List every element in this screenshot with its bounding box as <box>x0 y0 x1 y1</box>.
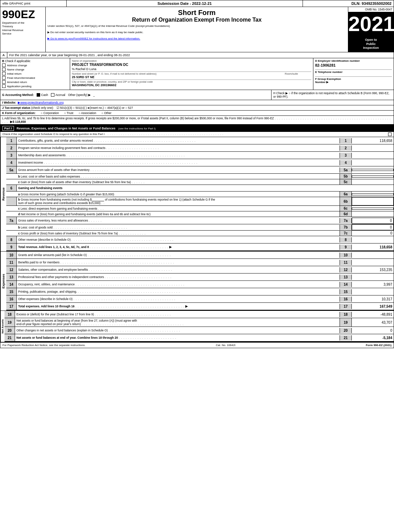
form-ref: Form 990-EZ (2021) <box>366 344 392 347</box>
revenue-section: Revenue 1 Contributions, gifts, grants, … <box>0 137 394 251</box>
care-of: % Rachel D Luna <box>72 67 311 71</box>
row-6: 6 Gaming and fundraising events <box>6 185 394 192</box>
row-12: 12 Salaries, other compensation, and emp… <box>6 266 394 274</box>
pending-checkbox <box>2 84 6 88</box>
under-section: Under section 501(c), 527, or 4947(a)(1)… <box>47 24 346 40</box>
website-row: I Website: ▶www.projecttransformationdc.… <box>0 100 394 105</box>
paperwork-text: For Paperwork Reduction Act Notice, see … <box>2 344 86 347</box>
row21-value: -5,184 <box>352 335 394 340</box>
section-h: H Check ▶ ○ if the organization is not r… <box>272 90 394 100</box>
form-k-row: K Form of organization: ○ Corporation ○ … <box>0 111 394 116</box>
row-6b: b Gross income from fundraising events (… <box>6 197 394 206</box>
group-exemption: F Group Exemption Number ▶ <box>315 76 392 84</box>
city-row: City or town, state or province, country… <box>72 80 311 87</box>
row1-ref: 1 <box>340 138 352 143</box>
section-g: G Accounting Method: Cash Accrual Other … <box>0 90 272 100</box>
section-a: A For the 2021 calendar year, or tax yea… <box>0 52 394 58</box>
part1-checkbox <box>388 133 392 136</box>
row20-value: 0 <box>352 328 394 333</box>
row7a-value: 0 <box>352 218 394 224</box>
checkbox-initial: Initial return <box>2 72 68 75</box>
row-17: 17 Total expenses. Add lines 10 through … <box>6 303 394 310</box>
row7b-value: 0 <box>352 224 394 230</box>
row1-label: Contributions, gifts, grants, and simila… <box>17 138 340 143</box>
efile-label: efile GRAPHIC print <box>0 0 67 7</box>
row1-num: 1 <box>6 137 17 144</box>
row-8: 8 Other revenue (describe in Schedule O)… <box>6 236 394 243</box>
row-21: 21 Net assets or fund balances at end of… <box>5 334 394 342</box>
checkbox-pending: Application pending <box>2 84 68 88</box>
row-20: 20 Other changes in net assets or fund b… <box>5 327 394 334</box>
final-checkbox <box>2 76 6 80</box>
footer: For Paperwork Reduction Act Notice, see … <box>0 342 394 348</box>
revenue-label: Revenue <box>0 137 6 251</box>
form-title-center: Short Form Return of Organization Exempt… <box>46 7 348 52</box>
expenses-section: Expenses 10 Grants and similar amounts p… <box>0 251 394 310</box>
address-checkbox <box>2 63 6 67</box>
name-checkbox <box>2 68 6 71</box>
submission-label: Submission Date - 2022-12-21 <box>67 0 303 7</box>
row17-value: 167,549 <box>352 304 394 309</box>
row-18: 18 Excess or (deficit) for the year (Sub… <box>5 311 394 318</box>
row-2: 2 Program service revenue including gove… <box>6 144 394 152</box>
tax-exempt-row: J Tax-exempt status (check only one): ☑ … <box>0 105 394 111</box>
row18-value: -48,891 <box>352 312 394 317</box>
part1-header: Part I Revenue, Expenses, and Changes in… <box>0 125 394 132</box>
year-box: 2021 <box>348 12 394 36</box>
form-page: efile GRAPHIC print Submission Date - 20… <box>0 0 394 348</box>
row-5b: b Less: cost or other basis and sales ex… <box>6 174 394 179</box>
year-area: OMB No. 1545-0047 2021 Open to Public In… <box>348 7 394 52</box>
row-7b: b Less: cost of goods sold . . . . . . .… <box>6 224 394 231</box>
row-15: 15 Printing, publications, postage, and … <box>6 288 394 295</box>
street-row: Number and street (or P. O. box, if mail… <box>72 72 311 79</box>
row-13: 13 Professional fees and other payments … <box>6 274 394 281</box>
initial-checkbox <box>2 72 6 75</box>
checkbox-name: Name change <box>2 68 68 71</box>
row7c-value: 0 <box>352 231 394 236</box>
section-b: B Check if applicable: Address change Na… <box>0 58 70 90</box>
section-b-label: B Check if applicable: <box>2 59 68 63</box>
row-9: 9 Total revenue. Add lines 1, 2, 3, 4, 5… <box>6 243 394 251</box>
section-c: Name of organization PROJECT TRANSFORMAT… <box>70 58 313 90</box>
net-assets-section: Net Assets 18 Excess or (deficit) for th… <box>0 310 394 342</box>
omb-label: OMB No. 1545-0047 <box>348 7 394 12</box>
section-a-label: A <box>0 52 7 58</box>
row-11: 11 Benefits paid to or for members . . .… <box>6 259 394 266</box>
checkbox-amended: Amended return <box>2 80 68 84</box>
section-a-text: For the 2021 calendar year, or tax year … <box>7 52 394 58</box>
row-6c: c Less: direct expenses from gaming and … <box>6 206 394 211</box>
name-label: Name of organization <box>72 59 311 62</box>
row-1: 1 Contributions, gifts, grants, and simi… <box>6 137 394 144</box>
dln-label: DLN: 93492355002002 <box>303 0 394 7</box>
row-5a: 5a Gross amount from sale of assets othe… <box>6 166 394 174</box>
open-to-public: Open to Public Inspection <box>348 36 394 52</box>
row-6d: d Net income or (loss) from gaming and f… <box>6 211 394 217</box>
row12-value: 153,235 <box>352 267 394 272</box>
form-l-row: L Add lines 5b, 6c, and 7b to line 9 to … <box>0 116 394 125</box>
row-7a: 7a Gross sales of inventory, less return… <box>6 217 394 224</box>
revenue-rows: 1 Contributions, gifts, grants, and simi… <box>6 137 394 251</box>
section-gh: G Accounting Method: Cash Accrual Other … <box>0 90 394 100</box>
return-title: Return of Organization Exempt From Incom… <box>47 17 346 23</box>
row-6a: a Gross income from gaming (attach Sched… <box>6 192 394 197</box>
row-4: 4 Investment income . . . . . . . . . . … <box>6 159 394 166</box>
row-5c: c Gain or (loss) from sale of assets oth… <box>6 179 394 185</box>
row1-value: 118,658 <box>352 138 394 143</box>
header-bar: efile GRAPHIC print Submission Date - 20… <box>0 0 394 7</box>
checkbox-final: Final return/terminated <box>2 76 68 80</box>
tax-options: ☑ 501(c)(3) ○ 501(c)( )◄(insert no.) ○ 4… <box>57 106 133 110</box>
org-name: PROJECT TRANSFORMATION DC <box>72 63 311 67</box>
website-url[interactable]: ▶www.projecttransformationdc.org <box>18 101 64 104</box>
row14-value: 3,997 <box>352 282 394 287</box>
row16-value: 10,317 <box>352 297 394 302</box>
amended-checkbox <box>2 80 6 84</box>
form-dept: Department of the Treasury Internal Reve… <box>2 21 44 36</box>
section-bcd: B Check if applicable: Address change Na… <box>0 58 394 90</box>
efile-text: efile GRAPHIC print <box>2 2 30 5</box>
checkbox-address: Address change <box>2 63 68 67</box>
title-area: 990EZ Department of the Treasury Interna… <box>0 7 394 52</box>
cat-no: Cat. No. 10642I <box>216 344 236 347</box>
row19-value: 43,707 <box>352 318 394 327</box>
accrual-checkbox <box>51 93 54 97</box>
net-assets-label: Net Assets <box>0 311 5 342</box>
